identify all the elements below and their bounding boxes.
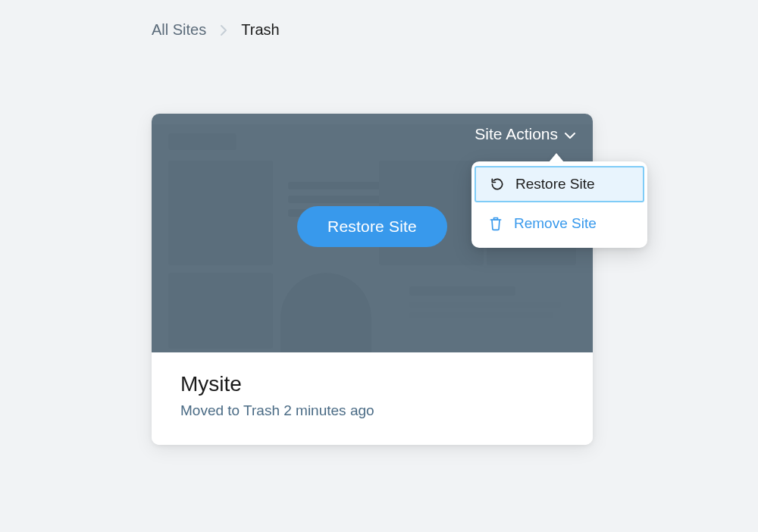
card-footer: Mysite Moved to Trash 2 minutes ago <box>152 352 593 445</box>
site-card: Restore Site Site Actions Restore Site <box>152 114 593 445</box>
site-actions-dropdown-trigger[interactable]: Site Actions <box>475 125 576 143</box>
dropdown-item-label: Restore Site <box>515 176 595 192</box>
restore-site-button[interactable]: Restore Site <box>297 206 447 247</box>
chevron-right-icon <box>220 24 227 36</box>
dropdown-item-remove[interactable]: Remove Site <box>471 205 647 242</box>
breadcrumb-current: Trash <box>241 21 279 39</box>
site-actions-dropdown: Restore Site Remove Site <box>471 161 647 248</box>
dropdown-item-label: Remove Site <box>514 215 597 232</box>
trash-icon <box>488 216 503 231</box>
undo-icon <box>490 177 505 192</box>
site-status: Moved to Trash 2 minutes ago <box>180 402 564 419</box>
dropdown-item-restore[interactable]: Restore Site <box>475 166 644 202</box>
site-name: Mysite <box>180 372 564 396</box>
chevron-down-icon <box>564 125 576 143</box>
dropdown-caret <box>549 153 564 162</box>
breadcrumb: All Sites Trash <box>152 21 280 39</box>
breadcrumb-all-sites[interactable]: All Sites <box>152 21 206 39</box>
site-actions-label: Site Actions <box>475 125 558 143</box>
